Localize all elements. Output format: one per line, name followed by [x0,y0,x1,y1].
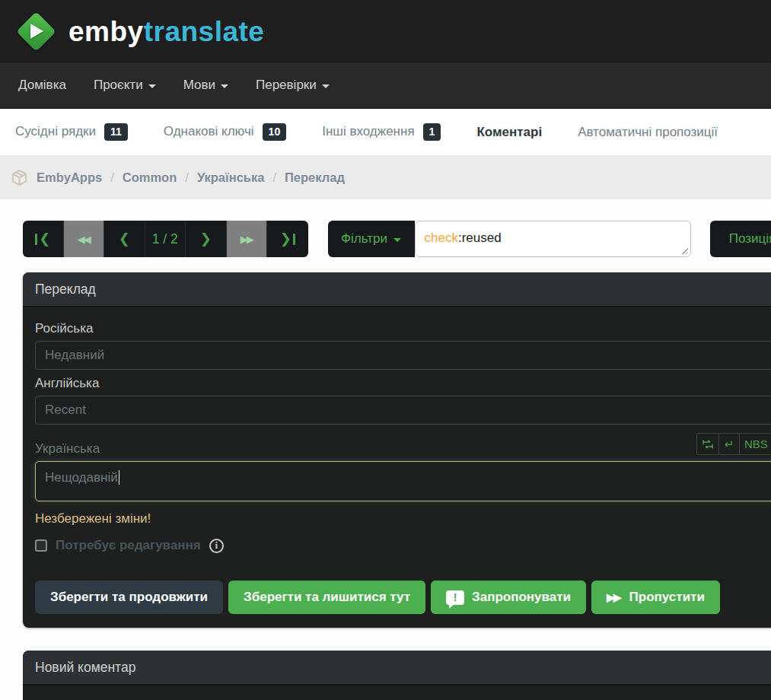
action-buttons-row: Зберегти та продовжити Зберегти та лишит… [35,581,771,614]
translation-textarea[interactable]: Нещодавній [35,461,771,501]
nav-item-label: Мови [183,78,215,93]
main-navbar: Домівка Проєкти Мови Перевірки [0,62,771,109]
suggest-button[interactable]: ! Запропонувати [431,581,586,614]
tab-label: Сусідні рядки [15,124,96,139]
main-content: ❮ ◀◀ ❮ 1 / 2 ❯ ▶▶ ❯ Фільтри [0,199,771,700]
filters-dropdown-button[interactable]: Фільтри [328,221,415,257]
resize-grip-icon[interactable] [681,247,688,254]
rewind-icon: ◀◀ [78,234,90,245]
button-label: Запропонувати [472,590,571,605]
info-icon[interactable]: i [209,539,224,553]
last-page-icon [293,234,295,245]
tab-same-keys[interactable]: Однакові ключі 10 [164,123,286,141]
insert-newline-button[interactable]: ↵ [719,433,740,455]
position-button[interactable]: Позиція [710,221,771,257]
breadcrumb-separator: / [185,170,189,185]
source-text-russian: Недавний [35,341,771,370]
breadcrumb-component[interactable]: Common [123,170,177,185]
first-page-button[interactable]: ❮ [23,221,64,257]
skip-button[interactable]: ▶▶ Пропустити [591,581,720,614]
nav-item-home[interactable]: Домівка [18,78,66,93]
save-and-continue-button[interactable]: Зберегти та продовжити [35,581,223,614]
button-label: Зберегти та продовжити [50,590,208,605]
tab-comments[interactable]: Коментарі [476,125,542,140]
package-cube-icon [11,169,28,186]
info-icon-glyph: i [215,539,218,552]
chevron-down-icon [322,84,330,88]
nav-item-languages[interactable]: Мови [183,78,228,93]
page-indicator-label: 1 / 2 [152,231,178,247]
search-rest: :reused [458,231,502,245]
tab-count-badge: 11 [104,123,128,141]
nav-item-label: Проєкти [94,78,143,93]
new-comment-panel-header: Новий коментар [23,651,771,685]
panel-title: Переклад [35,282,96,298]
text-direction-icon [702,439,714,450]
needs-editing-row: Потребує редагування i [35,538,771,553]
source-label-english: Англійська [35,376,771,391]
breadcrumb: EmbyApps / Common / Українська / Перекла… [0,155,771,199]
unsaved-changes-warning: Незбережені зміни! [35,511,771,527]
button-label: Зберегти та лишитися тут [244,590,410,605]
app-title: embytranslate [68,18,264,46]
nav-item-checks[interactable]: Перевірки [256,78,330,93]
chevron-down-icon [221,84,228,88]
pager-group: ❮ ◀◀ ❮ 1 / 2 ❯ ▶▶ ❯ [23,221,308,257]
target-header-row: Українська ↵ NBS [35,431,771,457]
insert-nbsp-button[interactable]: NBS [740,433,771,455]
source-label-russian: Російська [35,321,771,336]
new-comment-panel: Новий коментар [23,651,771,700]
search-query-input[interactable]: check:reused [415,221,691,257]
prev-batch-button[interactable]: ◀◀ [64,221,105,257]
next-page-button[interactable]: ❯ [186,221,227,257]
suggestion-bubble-icon: ! [446,590,464,605]
prev-page-button[interactable]: ❮ [104,221,145,257]
nav-item-projects[interactable]: Проєкти [94,78,156,93]
target-label-ukrainian: Українська [35,441,100,457]
panel-title: Новий коментар [35,660,135,676]
filters-label: Фільтри [341,231,387,247]
source-value: Недавний [45,348,104,363]
return-icon: ↵ [725,438,734,451]
nbsp-label: NBS [744,438,768,450]
needs-editing-label: Потребує редагування [56,538,201,553]
translation-panel-header: Переклад [23,272,771,307]
new-comment-body [23,685,771,700]
fast-forward-icon: ▶▶ [241,234,253,245]
chevron-right-icon: ❯ [280,231,292,247]
logo-word-translate: translate [144,16,265,47]
breadcrumb-separator: / [110,170,114,185]
bubble-exclamation: ! [454,591,457,603]
search-keyword: check [425,231,458,245]
chevron-down-icon [148,84,156,88]
source-value: Recent [45,402,86,418]
next-batch-button[interactable]: ▶▶ [227,221,268,257]
emby-play-icon [15,11,56,52]
navigation-toolbar: ❮ ◀◀ ❮ 1 / 2 ❯ ▶▶ ❯ Фільтри [23,221,771,257]
button-label: Пропустити [629,590,705,605]
last-page-button[interactable]: ❯ [267,221,308,257]
translation-panel-body: Російська Недавний Англійська Recent Укр… [23,307,771,628]
first-page-icon [35,234,37,245]
tab-other-occurrences[interactable]: Інші входження 1 [322,123,441,141]
breadcrumb-translate[interactable]: Переклад [285,170,345,185]
chevron-left-icon: ❮ [39,231,50,247]
source-text-english: Recent [35,396,771,425]
toggle-text-direction-button[interactable] [696,433,719,455]
needs-editing-checkbox[interactable] [35,539,47,552]
nav-item-label: Перевірки [256,78,317,93]
skip-fast-forward-icon: ▶▶ [607,591,620,603]
tab-label: Коментарі [476,125,542,140]
chevron-right-icon: ❯ [200,231,212,247]
app-logo[interactable]: embytranslate [15,11,264,52]
position-label: Позиція [729,231,771,247]
tab-automatic-suggestions[interactable]: Автоматичні пропозиції [578,125,718,140]
masthead: embytranslate [0,0,771,62]
breadcrumb-language[interactable]: Українська [197,170,265,185]
page-indicator: 1 / 2 [145,221,186,257]
save-and-stay-button[interactable]: Зберегти та лишитися тут [228,581,425,614]
tab-nearby-strings[interactable]: Сусідні рядки 11 [15,123,128,141]
chevron-left-icon: ❮ [119,231,130,247]
translation-draft-text: Нещодавній [45,470,118,485]
breadcrumb-project[interactable]: EmbyApps [37,170,102,185]
